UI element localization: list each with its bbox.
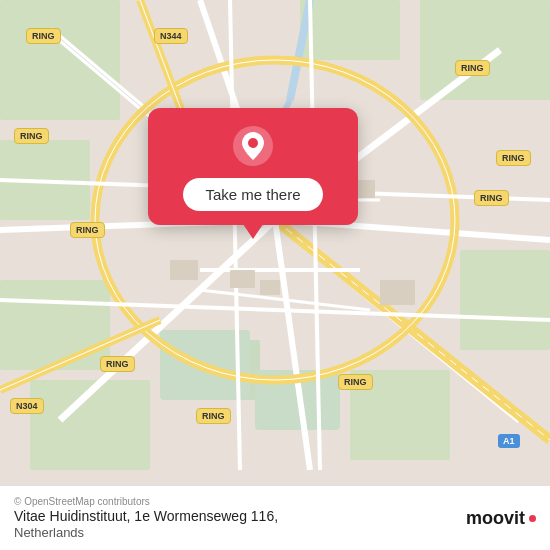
ring-label-tr2: RING xyxy=(496,150,531,166)
ring-label-bl1: RING xyxy=(100,356,135,372)
map-container: RING RING RING RING RING RING RING RING … xyxy=(0,0,550,550)
svg-line-19 xyxy=(275,220,520,420)
ring-label-tl1: RING xyxy=(26,28,61,44)
svg-line-31 xyxy=(230,0,240,470)
svg-line-22 xyxy=(275,220,310,470)
address-line1: Vitae Huidinstituut, 1e Wormenseweg 116, xyxy=(14,508,278,524)
svg-rect-1 xyxy=(0,0,120,120)
svg-line-21 xyxy=(275,220,550,440)
svg-rect-5 xyxy=(180,340,260,400)
svg-line-34 xyxy=(0,300,550,320)
ring-label-bl2: RING xyxy=(196,408,231,424)
address-line2: Netherlands xyxy=(14,525,278,540)
svg-line-38 xyxy=(0,320,160,390)
n344-label: N344 xyxy=(154,28,188,44)
a1-label: A1 xyxy=(498,434,520,448)
svg-rect-43 xyxy=(380,280,415,305)
svg-rect-44 xyxy=(170,260,198,280)
svg-rect-3 xyxy=(0,280,110,370)
svg-line-30 xyxy=(200,290,370,310)
svg-rect-7 xyxy=(460,250,550,350)
svg-point-46 xyxy=(248,138,258,148)
moovit-logo-text: moovit xyxy=(466,508,525,529)
location-pin-icon xyxy=(231,124,275,168)
svg-rect-10 xyxy=(160,330,250,400)
svg-line-32 xyxy=(310,0,320,470)
ring-label-tr1: RING xyxy=(455,60,490,76)
svg-line-37 xyxy=(0,320,160,390)
svg-line-23 xyxy=(60,220,275,420)
moovit-logo: moovit xyxy=(466,508,536,529)
svg-rect-2 xyxy=(0,140,90,220)
popup-card: Take me there xyxy=(148,108,358,225)
n304-label: N304 xyxy=(10,398,44,414)
svg-line-20 xyxy=(275,220,550,440)
ring-label-ml: RING xyxy=(70,222,105,238)
attribution-text: © OpenStreetMap contributors xyxy=(14,496,278,507)
ring-label-tl2: RING xyxy=(14,128,49,144)
svg-rect-4 xyxy=(30,380,150,470)
bottom-bar: © OpenStreetMap contributors Vitae Huidi… xyxy=(0,485,550,550)
svg-rect-41 xyxy=(230,270,255,288)
ring-label-mr: RING xyxy=(474,190,509,206)
svg-rect-11 xyxy=(255,370,340,430)
svg-rect-42 xyxy=(260,280,280,295)
svg-rect-9 xyxy=(300,0,400,60)
moovit-dot xyxy=(529,515,536,522)
svg-rect-8 xyxy=(420,0,550,100)
take-me-there-button[interactable]: Take me there xyxy=(183,178,322,211)
svg-line-12 xyxy=(290,0,310,100)
ring-label-br: RING xyxy=(338,374,373,390)
location-info: © OpenStreetMap contributors Vitae Huidi… xyxy=(14,496,278,540)
